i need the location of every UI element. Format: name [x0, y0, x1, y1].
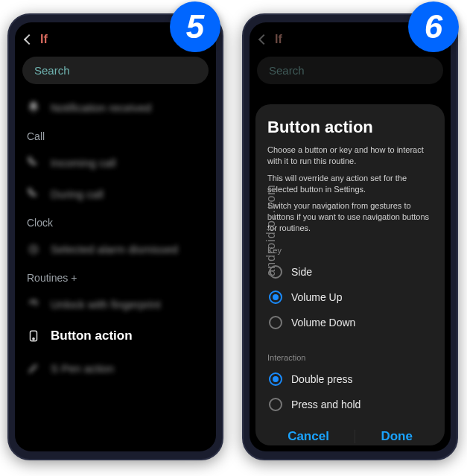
search-input-left[interactable]: Search	[22, 57, 209, 84]
interaction-group-label: Interaction	[267, 353, 433, 362]
item-label: Unlock with fingerprint	[51, 298, 161, 311]
search-placeholder-left: Search	[34, 64, 70, 77]
phone-in-icon	[27, 156, 40, 169]
step-badge-5: 5	[170, 1, 220, 52]
radio-interaction-press-hold[interactable]: Press and hold	[267, 392, 433, 417]
radio-icon	[269, 372, 282, 386]
alarm-icon	[27, 242, 40, 256]
item-label: Notification received	[51, 101, 151, 114]
radio-label: Double press	[291, 373, 353, 385]
radio-icon	[269, 291, 282, 304]
back-icon[interactable]	[24, 34, 34, 45]
item-label: Incoming call	[51, 156, 116, 169]
header-title-left: If	[40, 33, 48, 46]
radio-icon	[269, 398, 282, 411]
list-item[interactable]: Incoming call	[15, 147, 216, 178]
list-item[interactable]: Selected alarm dismissed	[15, 233, 216, 264]
item-label: Selected alarm dismissed	[51, 243, 178, 256]
back-icon	[258, 34, 269, 45]
item-label: S Pen action	[51, 362, 114, 375]
step-badge-6: 6	[408, 1, 459, 52]
radio-label: Volume Down	[291, 317, 355, 329]
badge-number: 6	[425, 8, 442, 45]
fingerprint-icon	[27, 297, 40, 311]
list-item[interactable]: Notification received	[15, 92, 216, 123]
phone-step-5: If Search Notification received Call Inc…	[7, 13, 223, 460]
radio-icon	[269, 316, 282, 329]
header-title-right: If	[275, 33, 282, 46]
section-call-label: Call	[15, 123, 216, 147]
button-action-item[interactable]: Button action	[15, 320, 216, 352]
button-divider	[355, 430, 355, 443]
modal-desc-1: Choose a button or key and how to intera…	[267, 145, 433, 167]
modal-button-row: Cancel Done	[267, 417, 433, 451]
list-item[interactable]: During call	[15, 178, 216, 209]
radio-key-volume-up[interactable]: Volume Up	[267, 285, 433, 310]
bell-icon	[27, 101, 40, 114]
radio-key-volume-down[interactable]: Volume Down	[267, 310, 433, 335]
radio-label: Press and hold	[291, 399, 360, 410]
search-placeholder-right: Search	[269, 64, 305, 77]
done-button[interactable]: Done	[366, 425, 428, 448]
modal-desc-2: This will override any action set for th…	[267, 173, 433, 195]
cancel-button[interactable]: Cancel	[273, 425, 344, 448]
button-icon	[27, 329, 40, 343]
search-input-right: Search	[257, 57, 443, 84]
section-clock-label: Clock	[15, 209, 216, 233]
badge-number: 5	[186, 8, 204, 45]
section-routines-label: Routines +	[15, 264, 216, 288]
list-item[interactable]: Unlock with fingerprint	[15, 288, 216, 320]
screen-right: If Search Button action Choose a button …	[250, 22, 451, 451]
radio-key-side[interactable]: Side	[267, 259, 433, 285]
phone-icon	[27, 187, 40, 200]
modal-title: Button action	[267, 118, 433, 137]
key-group-label: Key	[267, 246, 433, 255]
screen-left: If Search Notification received Call Inc…	[15, 22, 216, 451]
modal-desc-3: Switch your navigation from gestures to …	[267, 200, 433, 234]
radio-label: Side	[291, 266, 312, 278]
list-item[interactable]: S Pen action	[15, 352, 216, 384]
button-action-modal: Button action Choose a button or key and…	[255, 104, 445, 445]
item-label: Button action	[51, 329, 133, 343]
item-label: During call	[51, 188, 104, 200]
radio-interaction-double-press[interactable]: Double press	[267, 366, 433, 392]
radio-label: Volume Up	[291, 291, 342, 303]
watermark: androidtoz.com	[264, 184, 278, 276]
pen-icon	[27, 361, 40, 375]
svg-point-2	[33, 338, 34, 340]
